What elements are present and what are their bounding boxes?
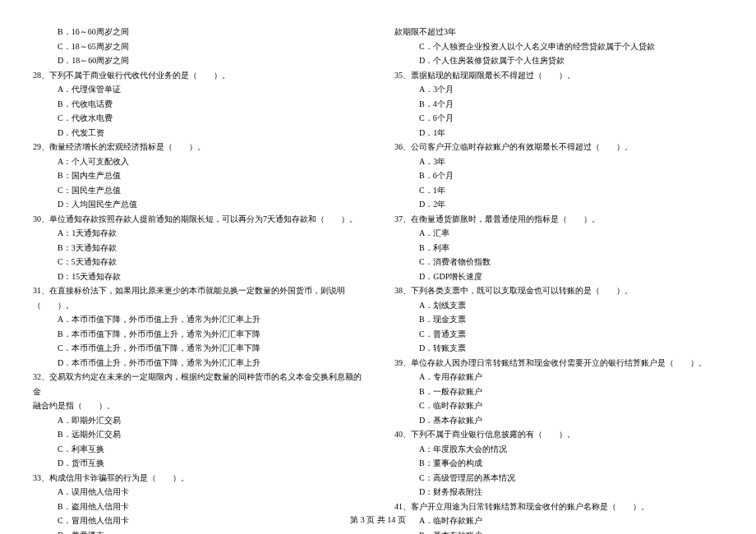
option: D．基本存款账户: [394, 413, 723, 428]
option: D．货币互换: [33, 456, 362, 471]
option: B．利率: [394, 241, 723, 255]
option: C．代收水电费: [33, 111, 362, 126]
option: C．1年: [394, 183, 723, 198]
option: D．18～60周岁之间: [33, 53, 362, 68]
option: C．利率互换: [33, 442, 362, 457]
option: C：5天通知存款: [33, 255, 362, 269]
question-stem: 35、票据贴现的贴现期限最长不得超过（ ）。: [394, 68, 723, 83]
option: B．代收电话费: [33, 97, 362, 112]
option: A．本币币值下降，外币币值上升，通常为外汇汇率上升: [33, 312, 362, 327]
option: C．本币币值上升，外币币值下降，通常为外汇汇率下降: [33, 341, 362, 356]
question-stem: 41、客户开立用途为日常转账结算和现金收付的账户名称是（ ）。: [394, 499, 723, 514]
option: D．1年: [394, 126, 723, 140]
option: D：人均国民生产总值: [33, 197, 362, 212]
option: D．转账支票: [394, 341, 723, 356]
option: D：15天通知存款: [33, 269, 362, 284]
option: A：个人可支配收入: [33, 154, 362, 169]
option: D．个人住房装修贷款属于个人住房贷款: [394, 53, 723, 68]
option: C．6个月: [394, 111, 723, 126]
option: A．代理保管单证: [33, 82, 362, 97]
option: B：董事会的构成: [394, 456, 723, 471]
option: A．3个月: [394, 82, 723, 97]
question-stem: 32、交易双方约定在未来的一定期限内，根据约定数量的同种货币的名义本金交换利息额…: [33, 370, 362, 398]
question-stem-cont: 融合约是指（ ）。: [33, 398, 362, 413]
option: A．划线支票: [394, 298, 723, 313]
option: C．临时存款账户: [394, 398, 723, 413]
option: C．消费者物价指数: [394, 255, 723, 269]
question-stem: 37、在衡量通货膨胀时，最普通使用的指标是（ ）。: [394, 212, 723, 227]
option: A．即期外汇交易: [33, 413, 362, 428]
option: C．18～65周岁之间: [33, 39, 362, 54]
option: B．现金支票: [394, 312, 723, 327]
option: D．本币币值上升，外币币值下降，通常为外汇汇率上升: [33, 356, 362, 371]
option: C．普通支票: [394, 327, 723, 342]
option: A：年度股东大会的情况: [394, 442, 723, 457]
exam-page: B．16～60周岁之间 C．18～65周岁之间 D．18～60周岁之间 28、下…: [0, 0, 756, 534]
question-stem: 30、单位通知存款按照存款人提前通知的期限长短，可以再分为7天通知存款和（ ）。: [33, 212, 362, 227]
question-stem: 40、下列不属于商业银行信息披露的有（ ）。: [394, 427, 723, 442]
option: D．2年: [394, 197, 723, 212]
option: B．6个月: [394, 168, 723, 183]
option: A．专用存款账户: [394, 370, 723, 384]
option: A．误用他人信用卡: [33, 485, 362, 499]
option: C：国民生产总值: [33, 183, 362, 198]
option: B．远期外汇交易: [33, 427, 362, 442]
option: B．基本存款账户: [394, 528, 723, 535]
question-stem: 31、在直接标价法下，如果用比原来更少的本币就能兑换一定数量的外国货币，则说明: [33, 283, 362, 298]
option: B．4个月: [394, 97, 723, 112]
option: D：财务报表附注: [394, 485, 723, 499]
option: C．个人独资企业投资人以个人名义申请的经营贷款属于个人贷款: [394, 39, 723, 54]
option: B：国内生产总值: [33, 168, 362, 183]
option: B．盗用他人信用卡: [33, 499, 362, 514]
right-column: 款期限不超过3年 C．个人独资企业投资人以个人名义申请的经营贷款属于个人贷款 D…: [394, 25, 723, 534]
question-stem: 33、构成信用卡诈骗罪的行为是（ ）。: [33, 471, 362, 486]
option: A：1天通知存款: [33, 226, 362, 241]
option: A．汇率: [394, 226, 723, 241]
question-stem-cont: （ ）。: [33, 298, 362, 313]
question-stem: 28、下列不属于商业银行代收代付业务的是（ ）。: [33, 68, 362, 83]
question-stem: 38、下列各类支票中，既可以支取现金也可以转账的是（ ）。: [394, 283, 723, 298]
option: C：高级管理层的基本情况: [394, 471, 723, 486]
question-stem: 36、公司客户开立临时存款账户的有效期最长不得超过（ ）。: [394, 140, 723, 154]
option: D．GDP增长速度: [394, 269, 723, 284]
page-footer: 第 3 页 共 14 页: [0, 514, 756, 526]
question-stem: 29、衡量经济增长的宏观经济指标是（ ）。: [33, 140, 362, 154]
option: A．3年: [394, 154, 723, 169]
option: D．善意透支: [33, 528, 362, 535]
option: B．16～60周岁之间: [33, 25, 362, 39]
question-stem: 39、单位存款人因办理日常转账结算和现金收付需要开立的银行结算账户是（ ）。: [394, 356, 723, 371]
option: B．本币币值下降，外币币值上升，通常为外汇汇率下降: [33, 327, 362, 342]
option: B．一般存款账户: [394, 384, 723, 399]
option-cont: 款期限不超过3年: [394, 25, 723, 39]
left-column: B．16～60周岁之间 C．18～65周岁之间 D．18～60周岁之间 28、下…: [33, 25, 362, 534]
option: B：3天通知存款: [33, 241, 362, 255]
option: D．代发工资: [33, 126, 362, 140]
